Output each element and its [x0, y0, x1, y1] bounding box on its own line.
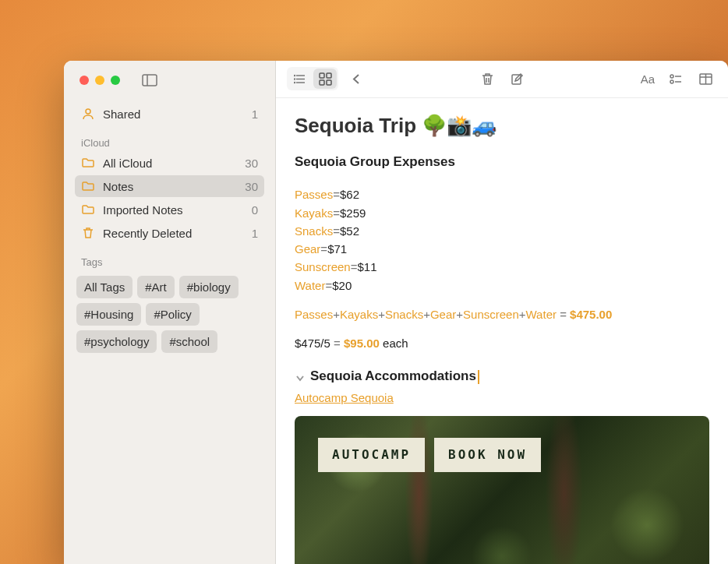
sidebar-toggle-icon[interactable]: [142, 74, 157, 86]
toolbar: Aa: [276, 61, 728, 98]
sidebar-item-recently-deleted[interactable]: Recently Deleted 1: [75, 222, 264, 244]
svg-point-16: [670, 80, 673, 83]
svg-rect-11: [320, 80, 324, 85]
sum-line: Passes+Kayaks+Snacks+Gear+Sunscreen+Wate…: [295, 305, 709, 323]
tag-pill[interactable]: #biology: [179, 276, 239, 298]
sidebar-item-label: All iCloud: [103, 157, 237, 170]
list-view-button[interactable]: [288, 69, 312, 89]
svg-point-6: [294, 75, 295, 76]
sidebar-item-count: 0: [252, 203, 258, 217]
back-button[interactable]: [345, 69, 368, 89]
svg-point-8: [294, 82, 295, 83]
link-preview-card[interactable]: AUTOCAMP BOOK NOW: [295, 416, 709, 564]
section-title: Sequoia Accommodations: [310, 366, 479, 386]
svg-point-14: [670, 75, 673, 78]
text-cursor: [478, 370, 479, 384]
svg-rect-10: [327, 73, 331, 78]
traffic-lights: [80, 76, 120, 85]
close-button[interactable]: [80, 76, 89, 85]
svg-point-7: [294, 79, 295, 79]
preview-buttons: AUTOCAMP BOOK NOW: [318, 438, 541, 472]
sidebar-tags-header: Tags: [75, 245, 264, 271]
expense-line: Sunscreen=$11: [295, 258, 709, 276]
expense-line: Water=$20: [295, 277, 709, 294]
expense-line: Passes=$62: [295, 185, 709, 203]
sidebar-item-count: 1: [252, 108, 258, 121]
sidebar-item-label: Imported Notes: [103, 203, 244, 217]
titlebar: [64, 61, 275, 100]
sidebar-content: Shared 1 iCloud All iCloud 30 Notes 30: [64, 100, 275, 361]
tag-pill[interactable]: All Tags: [76, 276, 133, 298]
sidebar-item-shared[interactable]: Shared 1: [75, 103, 264, 125]
sidebar: Shared 1 iCloud All iCloud 30 Notes 30: [64, 61, 276, 564]
svg-rect-0: [143, 75, 157, 86]
table-button[interactable]: [694, 69, 717, 89]
sidebar-item-label: Notes: [103, 180, 237, 193]
autocamp-link[interactable]: Autocamp Sequoia: [295, 390, 394, 407]
note-subtitle: Sequoia Group Expenses: [295, 152, 709, 172]
division-line: $475/5 = $95.00 each: [295, 334, 709, 352]
sidebar-item-label: Shared: [103, 108, 244, 121]
tag-pill[interactable]: #psychology: [76, 330, 157, 353]
sidebar-item-count: 30: [245, 180, 258, 193]
preview-brand-button[interactable]: AUTOCAMP: [318, 438, 425, 472]
grid-view-button[interactable]: [313, 69, 337, 89]
sidebar-item-count: 30: [245, 157, 258, 170]
folder-icon: [81, 156, 95, 170]
tag-pill[interactable]: #Policy: [146, 303, 199, 326]
sidebar-item-count: 1: [252, 227, 258, 240]
section-accommodations[interactable]: Sequoia Accommodations: [295, 366, 709, 386]
shared-icon: [81, 107, 95, 121]
svg-rect-12: [327, 80, 331, 85]
svg-point-2: [86, 109, 90, 114]
format-button[interactable]: Aa: [638, 69, 658, 89]
trash-icon: [81, 226, 95, 240]
expense-line: Gear=$71: [295, 240, 709, 258]
delete-button[interactable]: [476, 69, 500, 89]
maximize-button[interactable]: [111, 76, 120, 85]
sidebar-item-notes[interactable]: Notes 30: [75, 175, 264, 197]
tag-pill[interactable]: #Housing: [76, 303, 141, 326]
sidebar-item-imported-notes[interactable]: Imported Notes 0: [75, 199, 264, 220]
sidebar-section-header: iCloud: [75, 126, 264, 152]
tag-pill[interactable]: #school: [161, 330, 217, 353]
main-pane: Aa Sequoia Trip 🌳📸🚙 Sequoia Group Expens…: [276, 61, 728, 564]
sidebar-item-label: Recently Deleted: [103, 227, 244, 240]
chevron-down-icon: [295, 371, 306, 382]
tags-list: All Tags #Art #biology #Housing #Policy …: [75, 271, 264, 358]
notes-window: Shared 1 iCloud All iCloud 30 Notes 30: [64, 61, 728, 564]
tag-pill[interactable]: #Art: [137, 276, 175, 298]
svg-rect-13: [512, 75, 521, 84]
checklist-button[interactable]: [664, 69, 687, 89]
folder-icon: [81, 203, 95, 217]
expense-line: Kayaks=$259: [295, 204, 709, 222]
sidebar-item-all-icloud[interactable]: All iCloud 30: [75, 152, 264, 174]
preview-book-button[interactable]: BOOK NOW: [434, 438, 541, 472]
note-body[interactable]: Sequoia Trip 🌳📸🚙 Sequoia Group Expenses …: [276, 98, 728, 564]
new-note-button[interactable]: [506, 69, 529, 89]
expense-line: Snacks=$52: [295, 222, 709, 240]
note-title: Sequoia Trip 🌳📸🚙: [295, 111, 709, 141]
view-mode-toggle: [287, 67, 338, 90]
svg-rect-9: [320, 73, 324, 78]
minimize-button[interactable]: [95, 76, 104, 85]
folder-icon: [81, 179, 95, 193]
